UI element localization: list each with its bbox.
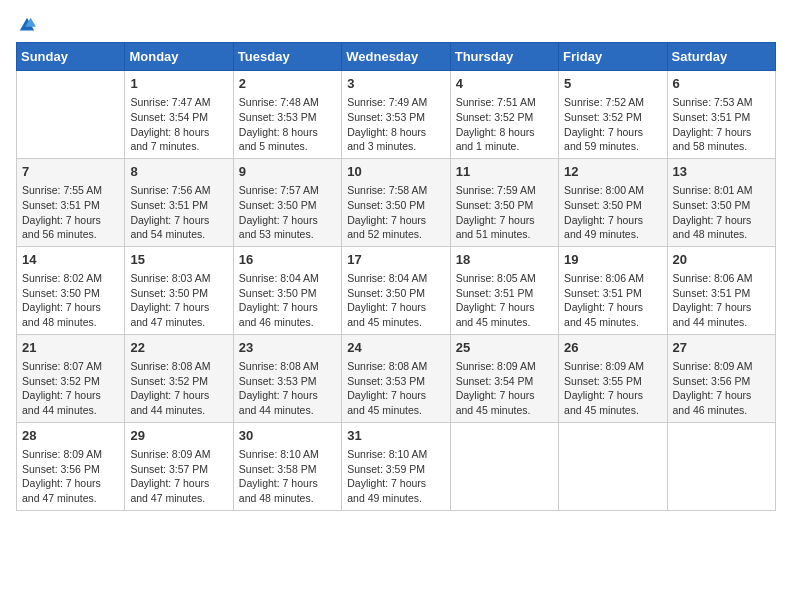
calendar-cell: 1Sunrise: 7:47 AM Sunset: 3:54 PM Daylig… <box>125 71 233 159</box>
day-info: Sunrise: 7:57 AM Sunset: 3:50 PM Dayligh… <box>239 183 336 242</box>
calendar-cell: 20Sunrise: 8:06 AM Sunset: 3:51 PM Dayli… <box>667 246 775 334</box>
day-number: 24 <box>347 339 444 357</box>
day-info: Sunrise: 8:00 AM Sunset: 3:50 PM Dayligh… <box>564 183 661 242</box>
day-number: 6 <box>673 75 770 93</box>
calendar-cell: 13Sunrise: 8:01 AM Sunset: 3:50 PM Dayli… <box>667 158 775 246</box>
day-info: Sunrise: 8:09 AM Sunset: 3:54 PM Dayligh… <box>456 359 553 418</box>
day-number: 8 <box>130 163 227 181</box>
day-number: 10 <box>347 163 444 181</box>
day-info: Sunrise: 8:05 AM Sunset: 3:51 PM Dayligh… <box>456 271 553 330</box>
day-number: 12 <box>564 163 661 181</box>
day-number: 21 <box>22 339 119 357</box>
day-info: Sunrise: 8:10 AM Sunset: 3:59 PM Dayligh… <box>347 447 444 506</box>
day-info: Sunrise: 8:08 AM Sunset: 3:53 PM Dayligh… <box>347 359 444 418</box>
calendar-cell <box>450 422 558 510</box>
day-info: Sunrise: 8:02 AM Sunset: 3:50 PM Dayligh… <box>22 271 119 330</box>
calendar-cell <box>667 422 775 510</box>
day-number: 14 <box>22 251 119 269</box>
day-info: Sunrise: 8:09 AM Sunset: 3:56 PM Dayligh… <box>22 447 119 506</box>
day-number: 23 <box>239 339 336 357</box>
day-number: 22 <box>130 339 227 357</box>
day-number: 3 <box>347 75 444 93</box>
day-number: 4 <box>456 75 553 93</box>
day-info: Sunrise: 7:56 AM Sunset: 3:51 PM Dayligh… <box>130 183 227 242</box>
calendar-cell: 26Sunrise: 8:09 AM Sunset: 3:55 PM Dayli… <box>559 334 667 422</box>
day-number: 28 <box>22 427 119 445</box>
day-number: 11 <box>456 163 553 181</box>
weekday-header-row: SundayMondayTuesdayWednesdayThursdayFrid… <box>17 43 776 71</box>
weekday-header-wednesday: Wednesday <box>342 43 450 71</box>
day-info: Sunrise: 7:52 AM Sunset: 3:52 PM Dayligh… <box>564 95 661 154</box>
calendar-cell: 15Sunrise: 8:03 AM Sunset: 3:50 PM Dayli… <box>125 246 233 334</box>
calendar-cell: 22Sunrise: 8:08 AM Sunset: 3:52 PM Dayli… <box>125 334 233 422</box>
calendar-cell: 17Sunrise: 8:04 AM Sunset: 3:50 PM Dayli… <box>342 246 450 334</box>
day-info: Sunrise: 8:04 AM Sunset: 3:50 PM Dayligh… <box>239 271 336 330</box>
calendar-cell: 3Sunrise: 7:49 AM Sunset: 3:53 PM Daylig… <box>342 71 450 159</box>
day-info: Sunrise: 7:59 AM Sunset: 3:50 PM Dayligh… <box>456 183 553 242</box>
calendar-cell <box>559 422 667 510</box>
weekday-header-monday: Monday <box>125 43 233 71</box>
day-info: Sunrise: 8:09 AM Sunset: 3:55 PM Dayligh… <box>564 359 661 418</box>
day-info: Sunrise: 8:06 AM Sunset: 3:51 PM Dayligh… <box>673 271 770 330</box>
calendar-cell: 10Sunrise: 7:58 AM Sunset: 3:50 PM Dayli… <box>342 158 450 246</box>
calendar-header: SundayMondayTuesdayWednesdayThursdayFrid… <box>17 43 776 71</box>
day-number: 5 <box>564 75 661 93</box>
day-info: Sunrise: 8:09 AM Sunset: 3:56 PM Dayligh… <box>673 359 770 418</box>
calendar-table: SundayMondayTuesdayWednesdayThursdayFrid… <box>16 42 776 511</box>
day-number: 18 <box>456 251 553 269</box>
day-number: 26 <box>564 339 661 357</box>
calendar-row: 21Sunrise: 8:07 AM Sunset: 3:52 PM Dayli… <box>17 334 776 422</box>
day-info: Sunrise: 8:08 AM Sunset: 3:52 PM Dayligh… <box>130 359 227 418</box>
calendar-cell: 31Sunrise: 8:10 AM Sunset: 3:59 PM Dayli… <box>342 422 450 510</box>
day-info: Sunrise: 7:48 AM Sunset: 3:53 PM Dayligh… <box>239 95 336 154</box>
day-number: 13 <box>673 163 770 181</box>
day-number: 15 <box>130 251 227 269</box>
day-number: 19 <box>564 251 661 269</box>
day-info: Sunrise: 8:06 AM Sunset: 3:51 PM Dayligh… <box>564 271 661 330</box>
calendar-row: 28Sunrise: 8:09 AM Sunset: 3:56 PM Dayli… <box>17 422 776 510</box>
day-number: 17 <box>347 251 444 269</box>
day-number: 1 <box>130 75 227 93</box>
calendar-cell: 23Sunrise: 8:08 AM Sunset: 3:53 PM Dayli… <box>233 334 341 422</box>
calendar-cell: 21Sunrise: 8:07 AM Sunset: 3:52 PM Dayli… <box>17 334 125 422</box>
day-info: Sunrise: 8:04 AM Sunset: 3:50 PM Dayligh… <box>347 271 444 330</box>
day-number: 9 <box>239 163 336 181</box>
calendar-cell: 29Sunrise: 8:09 AM Sunset: 3:57 PM Dayli… <box>125 422 233 510</box>
day-info: Sunrise: 7:53 AM Sunset: 3:51 PM Dayligh… <box>673 95 770 154</box>
day-info: Sunrise: 8:03 AM Sunset: 3:50 PM Dayligh… <box>130 271 227 330</box>
day-info: Sunrise: 8:01 AM Sunset: 3:50 PM Dayligh… <box>673 183 770 242</box>
day-info: Sunrise: 7:49 AM Sunset: 3:53 PM Dayligh… <box>347 95 444 154</box>
weekday-header-saturday: Saturday <box>667 43 775 71</box>
calendar-cell: 4Sunrise: 7:51 AM Sunset: 3:52 PM Daylig… <box>450 71 558 159</box>
calendar-cell: 24Sunrise: 8:08 AM Sunset: 3:53 PM Dayli… <box>342 334 450 422</box>
calendar-cell: 27Sunrise: 8:09 AM Sunset: 3:56 PM Dayli… <box>667 334 775 422</box>
day-info: Sunrise: 7:55 AM Sunset: 3:51 PM Dayligh… <box>22 183 119 242</box>
calendar-cell: 16Sunrise: 8:04 AM Sunset: 3:50 PM Dayli… <box>233 246 341 334</box>
day-number: 20 <box>673 251 770 269</box>
calendar-cell: 19Sunrise: 8:06 AM Sunset: 3:51 PM Dayli… <box>559 246 667 334</box>
calendar-cell: 14Sunrise: 8:02 AM Sunset: 3:50 PM Dayli… <box>17 246 125 334</box>
weekday-header-thursday: Thursday <box>450 43 558 71</box>
calendar-cell: 30Sunrise: 8:10 AM Sunset: 3:58 PM Dayli… <box>233 422 341 510</box>
day-info: Sunrise: 7:58 AM Sunset: 3:50 PM Dayligh… <box>347 183 444 242</box>
calendar-cell: 28Sunrise: 8:09 AM Sunset: 3:56 PM Dayli… <box>17 422 125 510</box>
day-number: 2 <box>239 75 336 93</box>
day-info: Sunrise: 7:51 AM Sunset: 3:52 PM Dayligh… <box>456 95 553 154</box>
calendar-row: 7Sunrise: 7:55 AM Sunset: 3:51 PM Daylig… <box>17 158 776 246</box>
day-number: 16 <box>239 251 336 269</box>
day-number: 27 <box>673 339 770 357</box>
weekday-header-sunday: Sunday <box>17 43 125 71</box>
page-header <box>16 16 776 32</box>
calendar-row: 1Sunrise: 7:47 AM Sunset: 3:54 PM Daylig… <box>17 71 776 159</box>
day-number: 31 <box>347 427 444 445</box>
calendar-cell <box>17 71 125 159</box>
calendar-body: 1Sunrise: 7:47 AM Sunset: 3:54 PM Daylig… <box>17 71 776 511</box>
calendar-cell: 12Sunrise: 8:00 AM Sunset: 3:50 PM Dayli… <box>559 158 667 246</box>
day-number: 30 <box>239 427 336 445</box>
calendar-cell: 2Sunrise: 7:48 AM Sunset: 3:53 PM Daylig… <box>233 71 341 159</box>
logo-icon <box>18 16 36 34</box>
day-info: Sunrise: 7:47 AM Sunset: 3:54 PM Dayligh… <box>130 95 227 154</box>
day-number: 25 <box>456 339 553 357</box>
day-info: Sunrise: 8:08 AM Sunset: 3:53 PM Dayligh… <box>239 359 336 418</box>
calendar-cell: 25Sunrise: 8:09 AM Sunset: 3:54 PM Dayli… <box>450 334 558 422</box>
